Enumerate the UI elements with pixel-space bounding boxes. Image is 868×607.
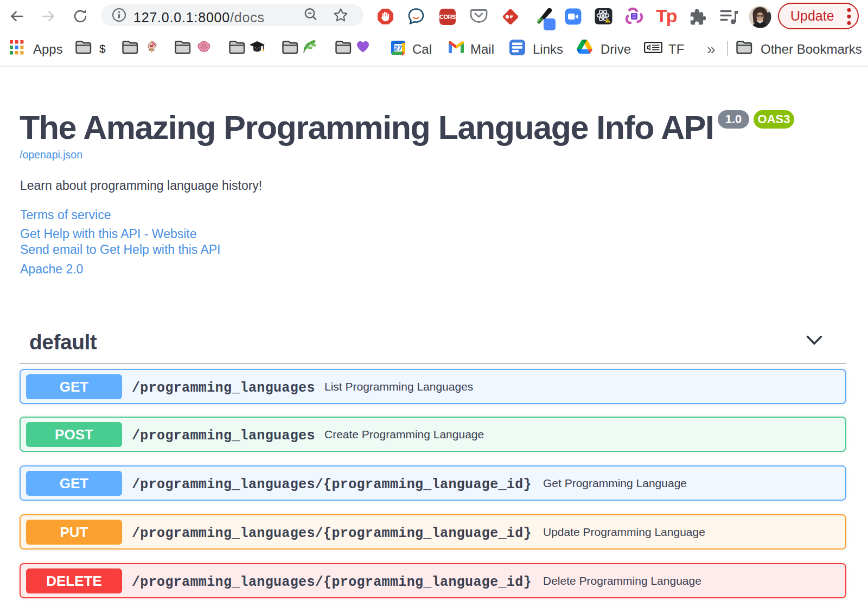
svg-text:27: 27: [394, 44, 402, 52]
